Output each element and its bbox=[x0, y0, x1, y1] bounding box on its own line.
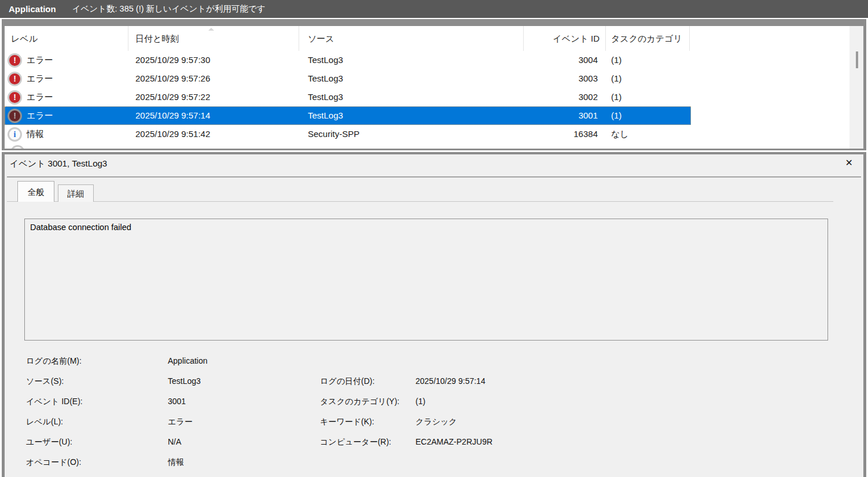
event-list: レベル 日付と時刻 ソース イベント ID タスクのカテゴリ ! エラー 202… bbox=[5, 26, 863, 149]
scrollbar-thumb[interactable] bbox=[856, 51, 858, 68]
column-header-level[interactable]: レベル bbox=[5, 26, 128, 51]
field-row: イベント ID(E): 3001 タスクのカテゴリ(Y): (1) bbox=[5, 397, 863, 409]
table-row[interactable]: ! エラー 2025/10/29 9:57:30 TestLog3 3004 (… bbox=[5, 51, 691, 69]
partial-next-row-icon bbox=[10, 145, 25, 149]
event-list-frame: レベル 日付と時刻 ソース イベント ID タスクのカテゴリ ! エラー 202… bbox=[2, 19, 866, 150]
log-header-bar: Application イベント数: 385 (!) 新しいイベントが利用可能で… bbox=[0, 0, 868, 18]
vertical-scrollbar[interactable] bbox=[849, 26, 863, 149]
field-value-left: Application bbox=[168, 356, 312, 365]
field-label-left: ソース(S): bbox=[26, 376, 159, 387]
table-row[interactable]: i 情報 2025/10/29 9:51:42 Security-SPP 163… bbox=[5, 125, 691, 143]
field-value-left: 3001 bbox=[168, 397, 312, 406]
title-separator bbox=[7, 176, 861, 178]
field-row: ログの名前(M): Application bbox=[5, 356, 863, 369]
column-header-source[interactable]: ソース bbox=[299, 26, 524, 51]
field-label-right: キーワード(K): bbox=[320, 417, 413, 427]
field-value-left: N/A bbox=[168, 437, 312, 446]
field-row: レベル(L): エラー キーワード(K): クラシック bbox=[5, 417, 863, 430]
field-label-left: レベル(L): bbox=[26, 417, 159, 427]
tabstrip-line bbox=[7, 201, 833, 202]
field-value-right: 2025/10/29 9:57:14 bbox=[415, 376, 647, 386]
table-row[interactable]: ! エラー 2025/10/29 9:57:26 TestLog3 3003 (… bbox=[5, 69, 691, 88]
tab-details[interactable]: 詳細 bbox=[58, 184, 94, 202]
table-row[interactable]: ! エラー 2025/10/29 9:57:22 TestLog3 3002 (… bbox=[5, 88, 691, 106]
table-header: レベル 日付と時刻 ソース イベント ID タスクのカテゴリ bbox=[5, 26, 849, 51]
field-value-right: EC2AMAZ-P2RJU9R bbox=[415, 437, 647, 446]
field-row: オペコード(O): 情報 bbox=[5, 457, 863, 470]
new-events-status: イベント数: 385 (!) 新しいイベントが利用可能です bbox=[72, 3, 266, 14]
field-label-right: ログの日付(D): bbox=[320, 376, 413, 387]
column-header-category[interactable]: タスクのカテゴリ bbox=[606, 26, 690, 51]
table-row[interactable]: ! エラー 2025/10/29 9:57:14 TestLog3 3001 (… bbox=[5, 106, 691, 125]
field-label-right: コンピューター(R): bbox=[320, 437, 413, 448]
field-label-left: ユーザー(U): bbox=[26, 437, 159, 448]
event-detail-panel: イベント 3001, TestLog3 ✕ 全般 詳細 Database con… bbox=[2, 152, 866, 477]
tab-general[interactable]: 全般 bbox=[17, 181, 54, 202]
close-icon[interactable]: ✕ bbox=[845, 157, 853, 169]
field-value-right: クラシック bbox=[415, 417, 647, 427]
field-value-left: 情報 bbox=[168, 457, 312, 468]
field-row: ユーザー(U): N/A コンピューター(R): EC2AMAZ-P2RJU9R bbox=[5, 437, 863, 450]
field-value-left: TestLog3 bbox=[168, 376, 312, 386]
sort-ascending-icon bbox=[208, 28, 214, 31]
field-label-left: ログの名前(M): bbox=[26, 356, 159, 367]
field-label-left: オペコード(O): bbox=[26, 457, 159, 468]
column-header-eventid[interactable]: イベント ID bbox=[524, 26, 606, 51]
field-value-left: エラー bbox=[168, 417, 312, 427]
field-row: ソース(S): TestLog3 ログの日付(D): 2025/10/29 9:… bbox=[5, 376, 863, 389]
field-label-left: イベント ID(E): bbox=[26, 397, 159, 407]
detail-panel-title: イベント 3001, TestLog3 bbox=[10, 158, 107, 169]
log-name: Application bbox=[9, 4, 56, 14]
event-message-box[interactable]: Database connection failed bbox=[24, 219, 828, 341]
table-rows: ! エラー 2025/10/29 9:57:30 TestLog3 3004 (… bbox=[5, 51, 863, 143]
field-label-right: タスクのカテゴリ(Y): bbox=[320, 397, 413, 407]
field-value-right: (1) bbox=[415, 397, 647, 406]
